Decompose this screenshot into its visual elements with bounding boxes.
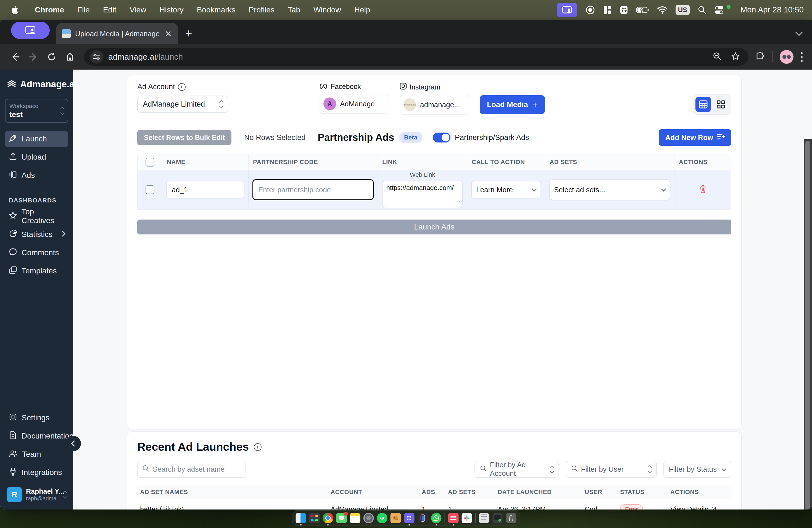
menu-file[interactable]: File xyxy=(71,5,97,14)
sidebar-item-documentation[interactable]: Documentation xyxy=(5,428,68,444)
menu-help[interactable]: Help xyxy=(348,5,377,14)
window-tiling-icon[interactable] xyxy=(603,5,611,14)
sidebar-item-integrations[interactable]: Integrations xyxy=(5,464,68,481)
delete-row-icon[interactable] xyxy=(699,185,707,194)
bulk-edit-button[interactable]: Select Rows to Bulk Edit xyxy=(137,130,231,145)
extensions-icon[interactable] xyxy=(755,52,765,62)
dock-photos-app-icon[interactable] xyxy=(391,513,401,523)
browser-profile-button[interactable] xyxy=(11,22,50,39)
tab-search-icon[interactable] xyxy=(795,31,802,38)
tab-close-icon[interactable]: ✕ xyxy=(164,29,173,39)
search-icon[interactable] xyxy=(698,6,706,14)
ad-sets-select[interactable]: Select ad sets... xyxy=(549,179,670,200)
record-icon[interactable] xyxy=(585,5,595,15)
partnership-toggle[interactable] xyxy=(433,133,450,143)
dock-trash-icon[interactable] xyxy=(506,513,517,523)
status-green-dot xyxy=(727,5,730,9)
keyboard-layout-indicator[interactable]: US xyxy=(676,5,690,15)
filter-status[interactable]: Filter by Status xyxy=(663,460,731,478)
view-details-link[interactable]: View Details xyxy=(668,499,731,510)
reload-icon[interactable] xyxy=(44,49,60,65)
dock-minimized-window[interactable] xyxy=(479,513,489,523)
facebook-account-card[interactable]: A AdManage xyxy=(320,94,389,114)
screen-mirroring-icon[interactable] xyxy=(557,3,577,17)
menu-chrome[interactable]: Chrome xyxy=(28,5,71,14)
forward-icon[interactable] xyxy=(25,49,41,65)
dock-flighty-icon[interactable] xyxy=(448,513,459,523)
battery-charging-icon[interactable] xyxy=(636,6,649,13)
table-view-button[interactable] xyxy=(695,97,711,112)
workspace-selector[interactable]: Workspace test xyxy=(5,99,68,123)
facebook-account-name: AdManage xyxy=(340,100,375,108)
browser-avatar[interactable] xyxy=(780,50,794,64)
sidebar-item-ads[interactable]: Ads xyxy=(5,167,68,184)
wifi-icon[interactable] xyxy=(657,6,667,14)
ad-account-select[interactable]: AdManage Limited xyxy=(137,96,228,113)
dock-notes-icon[interactable] xyxy=(350,513,360,523)
add-new-row-button[interactable]: Add New Row xyxy=(659,129,731,146)
menu-bookmarks[interactable]: Bookmarks xyxy=(190,5,242,14)
zoom-out-indicator-icon[interactable] xyxy=(713,52,722,62)
info-icon[interactable]: i xyxy=(178,83,186,91)
control-center-icon[interactable] xyxy=(714,5,724,14)
active-tab[interactable]: Upload Media | Admanage.ai ✕ xyxy=(56,23,178,44)
dock-chrome-icon[interactable] xyxy=(323,513,333,523)
sidebar-item-comments[interactable]: Comments xyxy=(5,245,68,261)
bookmark-star-icon[interactable] xyxy=(731,52,740,62)
app-logo[interactable]: Admanage.ai xyxy=(5,79,68,89)
sidebar-item-team[interactable]: Team xyxy=(5,446,68,463)
adset-search-input[interactable]: Search by adset name xyxy=(137,460,246,478)
sidebar-item-statistics[interactable]: Statistics xyxy=(5,226,68,243)
sidebar-item-upload[interactable]: Upload xyxy=(5,149,68,165)
menu-view[interactable]: View xyxy=(123,5,153,14)
sidebar-collapse-button[interactable] xyxy=(66,436,81,451)
call-to-action-select[interactable]: Learn More xyxy=(471,181,541,199)
dock-spotify-icon[interactable] xyxy=(377,513,388,523)
dock-minimized-window-dark[interactable] xyxy=(492,513,503,523)
dock-system-settings-icon[interactable] xyxy=(363,513,374,523)
sidebar-item-templates[interactable]: Templates xyxy=(5,263,68,279)
dock-iphone-mirroring-icon[interactable] xyxy=(418,513,428,523)
user-profile[interactable]: R Raphael Y... raph@adma... xyxy=(5,487,68,502)
page-scrollbar[interactable] xyxy=(804,139,812,510)
dock-slack-icon[interactable] xyxy=(462,513,472,523)
web-link-textarea[interactable] xyxy=(382,180,463,208)
menu-history[interactable]: History xyxy=(153,5,190,14)
back-icon[interactable] xyxy=(7,49,23,65)
sidebar-item-settings[interactable]: Settings xyxy=(5,410,68,426)
info-icon[interactable]: i xyxy=(254,443,262,451)
sidebar-item-label: Statistics xyxy=(21,230,53,239)
menu-bar-clock[interactable]: Mon Apr 28 10:50 xyxy=(740,5,804,14)
app-grid-icon[interactable] xyxy=(620,5,628,14)
dock-screen-studio-icon[interactable] xyxy=(404,513,415,523)
recent-table-row[interactable]: better (TikTok) AdManage Limited 1 1 Apr… xyxy=(137,499,731,510)
home-icon[interactable] xyxy=(62,49,78,65)
partnership-code-input[interactable] xyxy=(252,179,374,200)
dock-finder-icon[interactable] xyxy=(296,513,306,523)
launch-ads-button[interactable]: Launch Ads xyxy=(137,220,731,234)
menu-profiles[interactable]: Profiles xyxy=(242,5,281,14)
sidebar-item-top-creatives[interactable]: Top Creatives xyxy=(5,208,68,224)
row-checkbox[interactable] xyxy=(146,185,155,194)
filter-ad-account[interactable]: Filter by Ad Account xyxy=(475,460,559,478)
menu-edit[interactable]: Edit xyxy=(97,5,123,14)
dock-launchpad-icon[interactable] xyxy=(309,513,320,523)
load-media-button[interactable]: Load Media + xyxy=(480,95,545,114)
address-bar[interactable]: admanage.ai/launch xyxy=(84,48,748,66)
filter-user[interactable]: Filter by User xyxy=(566,460,657,478)
instagram-account-card[interactable]: AdManage.ai admanage... xyxy=(400,95,469,115)
site-settings-icon[interactable] xyxy=(90,50,103,63)
grid-view-button[interactable] xyxy=(713,97,729,112)
menu-window[interactable]: Window xyxy=(307,5,348,14)
menu-tab[interactable]: Tab xyxy=(281,5,307,14)
scrollbar-thumb[interactable] xyxy=(806,141,810,510)
filter-label: Filter by Status xyxy=(669,465,717,474)
new-tab-button[interactable]: + xyxy=(185,27,192,40)
sidebar-item-launch[interactable]: Launch xyxy=(5,131,68,147)
dock-whatsapp-icon[interactable] xyxy=(431,513,441,523)
apple-menu-icon[interactable] xyxy=(8,5,21,14)
browser-menu-icon[interactable] xyxy=(801,52,802,62)
dock-messages-icon[interactable] xyxy=(336,513,347,523)
select-all-checkbox[interactable] xyxy=(146,158,155,166)
ad-name-input[interactable] xyxy=(166,181,244,199)
